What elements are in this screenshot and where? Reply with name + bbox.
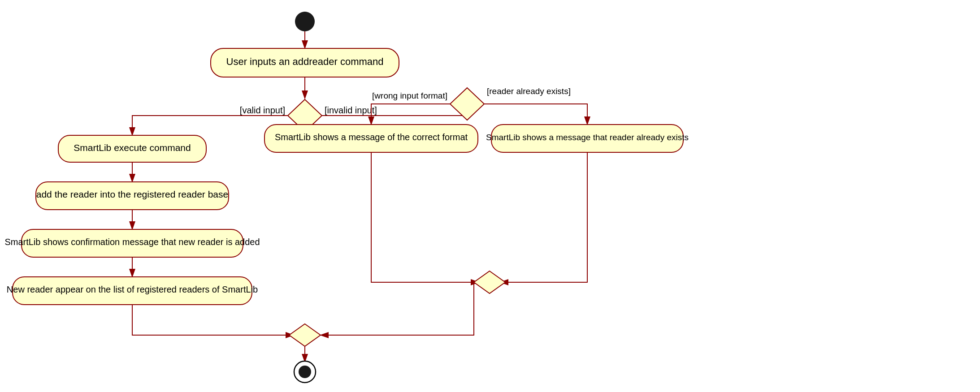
start-node <box>295 12 315 31</box>
new-reader-text: New reader appear on the list of registe… <box>7 284 258 294</box>
already-exists-guard-text: [reader already exists] <box>487 86 571 96</box>
diagram-container: User inputs an addreader command [valid … <box>0 0 980 392</box>
wrong-format-guard-text: [wrong input format] <box>372 91 447 100</box>
user-input-text: User inputs an addreader command <box>226 56 384 67</box>
invalid-guard-text: [invalid input] <box>325 105 377 115</box>
confirmation-text: SmartLib shows confirmation message that… <box>4 237 260 247</box>
correct-format-text: SmartLib shows a message of the correct … <box>275 132 468 142</box>
add-reader-text: add the reader into the registered reade… <box>36 189 228 199</box>
end-node-inner <box>299 366 311 378</box>
already-exists-text: SmartLib shows a message that reader alr… <box>486 133 689 142</box>
execute-text: SmartLib execute command <box>74 142 191 153</box>
valid-guard-text: [valid input] <box>240 105 285 115</box>
